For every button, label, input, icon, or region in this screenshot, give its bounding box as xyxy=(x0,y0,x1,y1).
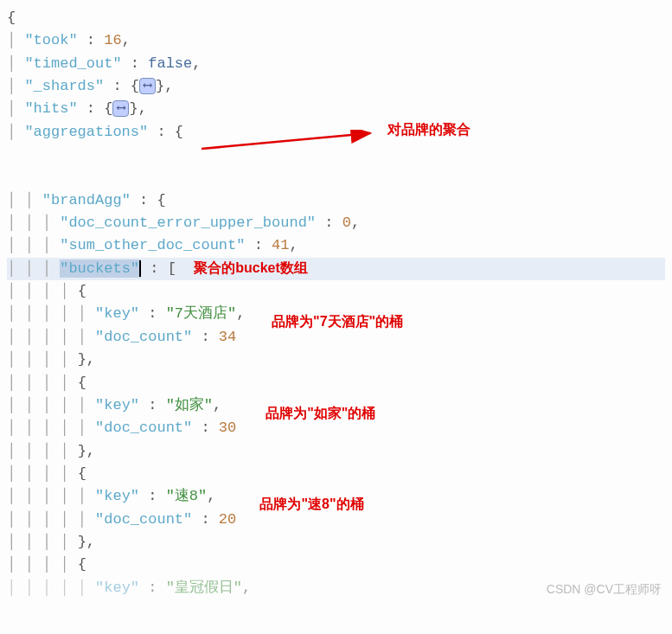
fold-icon[interactable]: ⟷ xyxy=(112,100,129,117)
code-line: │ │ │ │ { xyxy=(7,280,665,303)
json-key: "doc_count" xyxy=(95,511,192,528)
code-line: │ │ "brandAgg" : { xyxy=(7,189,665,212)
annotation: 聚合的bucket数组 xyxy=(194,260,308,275)
code-line: │ │ │ │ │ "key" : "如家", 品牌为"如家"的桶 xyxy=(7,394,665,417)
code-block: { │ "took" : 16, │ "timed_out" : false, … xyxy=(7,7,665,599)
code-line: │ │ │ "sum_other_doc_count" : 41, xyxy=(7,234,665,257)
json-key: "doc_count_error_upper_bound" xyxy=(60,215,316,231)
json-key: "hits" xyxy=(24,100,77,117)
json-key-selected: "buckets" xyxy=(60,259,141,278)
json-string: "如家" xyxy=(166,397,213,413)
code-line: │ │ │ │ │ "doc_count" : 34 xyxy=(7,326,665,349)
code-line: │ │ │ │ │ "doc_count" : 30 xyxy=(7,417,665,439)
json-string: "速8" xyxy=(166,488,208,504)
json-string: "皇冠假日" xyxy=(166,580,242,596)
json-key: "key" xyxy=(95,397,139,413)
code-line: │ │ │ │ { xyxy=(7,463,665,485)
json-key: "key" xyxy=(95,305,139,322)
json-key: "timed_out" xyxy=(24,55,121,72)
json-key: "brandAgg" xyxy=(42,192,131,208)
json-key: "key" xyxy=(95,488,139,504)
code-line: │ "timed_out" : false, xyxy=(7,53,665,75)
json-bool: false xyxy=(148,55,192,72)
code-line: │ │ │ │ │ "key" : "7天酒店", 品牌为"7天酒店"的桶 xyxy=(7,303,665,325)
arrow-icon xyxy=(202,130,383,156)
watermark: CSDN @CV工程师呀 xyxy=(547,580,662,599)
json-number: 30 xyxy=(219,419,236,436)
json-key: "took" xyxy=(24,32,77,48)
json-key: "aggregations" xyxy=(24,124,148,140)
code-line: │ "_shards" : {⟷}, xyxy=(7,75,665,98)
annotation: 对品牌的聚合 xyxy=(387,119,470,141)
code-line: │ │ │ │ }, xyxy=(7,440,665,463)
code-line: │ │ │ │ }, xyxy=(7,349,665,371)
json-key: "_shards" xyxy=(24,78,104,94)
code-line: │ │ │ │ { xyxy=(7,554,665,576)
code-line-highlighted: │ │ │ "buckets" : [ 聚合的bucket数组 xyxy=(7,258,665,280)
json-number: 34 xyxy=(219,329,236,345)
json-number: 0 xyxy=(342,215,351,231)
json-key: "doc_count" xyxy=(95,329,192,345)
code-line: │ │ │ "doc_count_error_upper_bound" : 0, xyxy=(7,212,665,234)
code-line: │ "aggregations" : { 对品牌的聚合 xyxy=(7,121,665,189)
fold-icon[interactable]: ⟷ xyxy=(139,78,156,94)
json-key: "sum_other_doc_count" xyxy=(60,237,245,253)
json-number: 16 xyxy=(104,32,121,48)
svg-line-1 xyxy=(202,133,370,149)
code-line: { xyxy=(7,7,665,29)
code-line: │ │ │ │ │ "doc_count" : 20 xyxy=(7,509,665,531)
code-line: │ "took" : 16, xyxy=(7,29,665,52)
json-key: "key" xyxy=(95,580,139,596)
code-line: │ │ │ │ { xyxy=(7,372,665,394)
code-line: │ │ │ │ │ "key" : "速8", 品牌为"速8"的桶 xyxy=(7,485,665,508)
json-number: 20 xyxy=(219,511,236,528)
code-line: │ "hits" : {⟷}, xyxy=(7,98,665,120)
json-number: 41 xyxy=(272,237,289,253)
code-line: │ │ │ │ }, xyxy=(7,531,665,554)
json-key: "doc_count" xyxy=(95,419,192,436)
json-string: "7天酒店" xyxy=(166,305,237,322)
